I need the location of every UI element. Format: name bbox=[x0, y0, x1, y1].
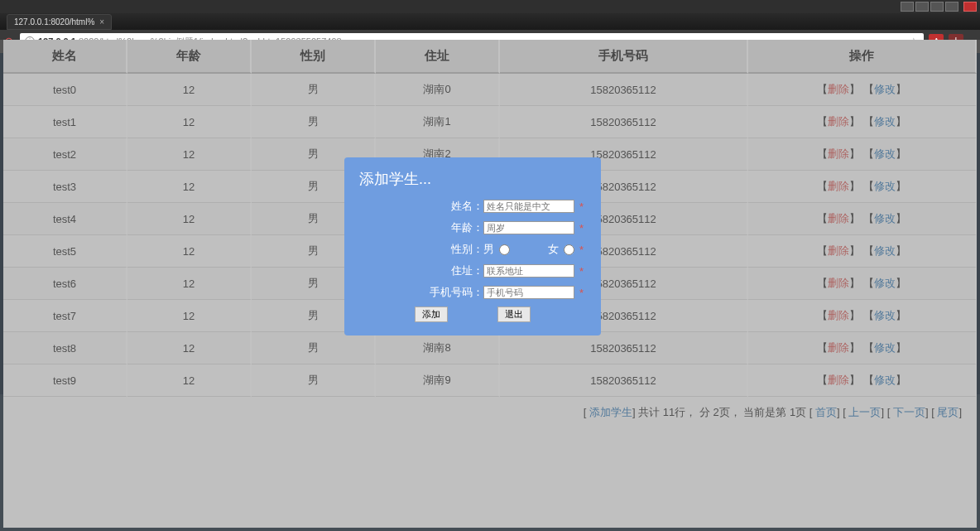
required-mark: * bbox=[579, 222, 586, 234]
form-row-phone: 手机号码： * bbox=[359, 285, 586, 300]
window-restore-icon[interactable] bbox=[915, 2, 929, 12]
exit-button[interactable]: 退出 bbox=[497, 307, 531, 322]
window-minimize-icon[interactable] bbox=[901, 2, 914, 12]
gender-male-radio[interactable] bbox=[499, 244, 510, 255]
required-mark: * bbox=[579, 200, 586, 213]
tab-title: 127.0.0.1:8020/html% bbox=[14, 17, 94, 27]
label-phone: 手机号码： bbox=[417, 285, 483, 300]
window-close-icon[interactable] bbox=[945, 2, 958, 12]
required-mark: * bbox=[579, 265, 586, 278]
add-button[interactable]: 添加 bbox=[415, 307, 448, 322]
form-row-name: 姓名： * bbox=[359, 199, 586, 214]
browser-tab[interactable]: 127.0.0.1:8020/html% × bbox=[7, 14, 112, 30]
form-row-address: 住址： * bbox=[359, 263, 586, 278]
gender-female-radio[interactable] bbox=[564, 244, 574, 255]
gender-male-label: 男 bbox=[483, 242, 494, 257]
close-icon[interactable]: × bbox=[99, 17, 104, 27]
label-name: 姓名： bbox=[417, 199, 483, 214]
age-input[interactable] bbox=[483, 221, 574, 234]
modal-title: 添加学生... bbox=[359, 169, 586, 189]
required-mark: * bbox=[579, 287, 586, 299]
form-row-gender: 性别： 男 女 * bbox=[359, 242, 586, 257]
address-input[interactable] bbox=[483, 264, 574, 278]
browser-tab-bar: 127.0.0.1:8020/html% × bbox=[0, 13, 980, 30]
add-student-modal: 添加学生... 姓名： * 年龄： * 性别： 男 女 * 住址： * 手机号码… bbox=[344, 157, 601, 335]
modal-button-row: 添加 退出 bbox=[359, 307, 586, 322]
label-address: 住址： bbox=[417, 263, 483, 278]
gender-female-label: 女 bbox=[548, 242, 559, 257]
window-title-bar bbox=[0, 0, 980, 13]
name-input[interactable] bbox=[483, 200, 574, 213]
required-mark: * bbox=[579, 244, 586, 256]
window-close-red-icon[interactable] bbox=[963, 2, 977, 12]
window-maximize-icon[interactable] bbox=[930, 2, 944, 12]
label-age: 年龄： bbox=[417, 220, 483, 235]
label-gender: 性别： bbox=[417, 242, 483, 257]
phone-input[interactable] bbox=[483, 286, 574, 299]
form-row-age: 年龄： * bbox=[359, 220, 586, 235]
